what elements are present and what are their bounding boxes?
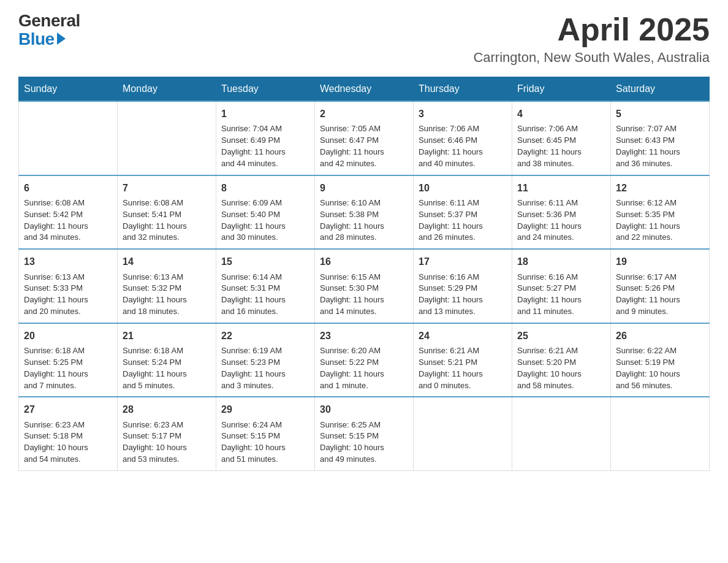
day-cell-empty bbox=[611, 397, 710, 470]
weekday-header-thursday: Thursday bbox=[414, 77, 512, 102]
day-cell-4: 4Sunrise: 7:06 AMSunset: 6:45 PMDaylight… bbox=[512, 101, 611, 175]
day-info: Sunrise: 6:19 AMSunset: 5:23 PMDaylight:… bbox=[221, 346, 286, 390]
day-cell-30: 30Sunrise: 6:25 AMSunset: 5:15 PMDayligh… bbox=[315, 397, 414, 470]
day-number: 3 bbox=[419, 107, 507, 121]
day-cell-empty bbox=[19, 101, 118, 175]
day-number: 8 bbox=[221, 181, 309, 195]
weekday-header-row: SundayMondayTuesdayWednesdayThursdayFrid… bbox=[19, 77, 710, 102]
day-number: 11 bbox=[517, 181, 605, 195]
day-info: Sunrise: 6:08 AMSunset: 5:41 PMDaylight:… bbox=[123, 198, 187, 242]
day-cell-18: 18Sunrise: 6:16 AMSunset: 5:27 PMDayligh… bbox=[512, 249, 611, 323]
day-cell-28: 28Sunrise: 6:23 AMSunset: 5:17 PMDayligh… bbox=[118, 397, 216, 470]
day-number: 17 bbox=[419, 255, 507, 269]
day-cell-16: 16Sunrise: 6:15 AMSunset: 5:30 PMDayligh… bbox=[315, 249, 414, 323]
day-info: Sunrise: 6:09 AMSunset: 5:40 PMDaylight:… bbox=[221, 198, 286, 242]
day-info: Sunrise: 6:12 AMSunset: 5:35 PMDaylight:… bbox=[616, 198, 680, 242]
day-info: Sunrise: 6:25 AMSunset: 5:15 PMDaylight:… bbox=[320, 420, 384, 464]
day-info: Sunrise: 6:08 AMSunset: 5:42 PMDaylight:… bbox=[24, 198, 88, 242]
day-info: Sunrise: 6:15 AMSunset: 5:30 PMDaylight:… bbox=[320, 272, 384, 316]
day-cell-empty bbox=[414, 397, 512, 470]
day-info: Sunrise: 7:04 AMSunset: 6:49 PMDaylight:… bbox=[221, 124, 286, 168]
day-number: 16 bbox=[320, 255, 408, 269]
day-cell-8: 8Sunrise: 6:09 AMSunset: 5:40 PMDaylight… bbox=[216, 175, 315, 250]
day-number: 20 bbox=[24, 329, 112, 343]
week-row-4: 20Sunrise: 6:18 AMSunset: 5:25 PMDayligh… bbox=[19, 323, 710, 397]
day-number: 30 bbox=[320, 402, 408, 416]
day-cell-19: 19Sunrise: 6:17 AMSunset: 5:26 PMDayligh… bbox=[611, 249, 710, 323]
day-cell-29: 29Sunrise: 6:24 AMSunset: 5:15 PMDayligh… bbox=[216, 397, 315, 470]
month-year-title: April 2025 bbox=[473, 12, 710, 47]
day-number: 22 bbox=[221, 329, 309, 343]
day-info: Sunrise: 6:11 AMSunset: 5:37 PMDaylight:… bbox=[419, 198, 483, 242]
week-row-5: 27Sunrise: 6:23 AMSunset: 5:18 PMDayligh… bbox=[19, 397, 710, 470]
weekday-header-tuesday: Tuesday bbox=[216, 77, 315, 102]
logo-general-text: General bbox=[18, 12, 80, 29]
day-cell-7: 7Sunrise: 6:08 AMSunset: 5:41 PMDaylight… bbox=[118, 175, 216, 250]
day-number: 25 bbox=[517, 329, 605, 343]
logo-triangle-icon bbox=[57, 33, 66, 45]
day-cell-25: 25Sunrise: 6:21 AMSunset: 5:20 PMDayligh… bbox=[512, 323, 611, 397]
day-cell-11: 11Sunrise: 6:11 AMSunset: 5:36 PMDayligh… bbox=[512, 175, 611, 250]
day-number: 27 bbox=[24, 402, 112, 416]
day-cell-26: 26Sunrise: 6:22 AMSunset: 5:19 PMDayligh… bbox=[611, 323, 710, 397]
day-cell-17: 17Sunrise: 6:16 AMSunset: 5:29 PMDayligh… bbox=[414, 249, 512, 323]
day-info: Sunrise: 6:17 AMSunset: 5:26 PMDaylight:… bbox=[616, 272, 680, 316]
day-cell-2: 2Sunrise: 7:05 AMSunset: 6:47 PMDaylight… bbox=[315, 101, 414, 175]
day-info: Sunrise: 6:18 AMSunset: 5:24 PMDaylight:… bbox=[123, 346, 187, 390]
week-row-3: 13Sunrise: 6:13 AMSunset: 5:33 PMDayligh… bbox=[19, 249, 710, 323]
location-subtitle: Carrington, New South Wales, Australia bbox=[473, 50, 710, 66]
page-header: General Blue April 2025 Carrington, New … bbox=[18, 12, 710, 66]
day-number: 23 bbox=[320, 329, 408, 343]
day-number: 4 bbox=[517, 107, 605, 121]
day-number: 9 bbox=[320, 181, 408, 195]
calendar-table: SundayMondayTuesdayWednesdayThursdayFrid… bbox=[18, 77, 710, 471]
day-number: 1 bbox=[221, 107, 309, 121]
day-info: Sunrise: 7:06 AMSunset: 6:46 PMDaylight:… bbox=[419, 124, 483, 168]
title-block: April 2025 Carrington, New South Wales, … bbox=[473, 12, 710, 66]
day-cell-12: 12Sunrise: 6:12 AMSunset: 5:35 PMDayligh… bbox=[611, 175, 710, 250]
day-number: 13 bbox=[24, 255, 112, 269]
day-number: 5 bbox=[616, 107, 704, 121]
day-number: 6 bbox=[24, 181, 112, 195]
day-number: 14 bbox=[123, 255, 211, 269]
day-info: Sunrise: 6:11 AMSunset: 5:36 PMDaylight:… bbox=[517, 198, 582, 242]
logo-blue-text: Blue bbox=[18, 29, 55, 49]
day-cell-14: 14Sunrise: 6:13 AMSunset: 5:32 PMDayligh… bbox=[118, 249, 216, 323]
weekday-header-sunday: Sunday bbox=[19, 77, 118, 102]
day-number: 24 bbox=[419, 329, 507, 343]
day-cell-6: 6Sunrise: 6:08 AMSunset: 5:42 PMDaylight… bbox=[19, 175, 118, 250]
day-cell-22: 22Sunrise: 6:19 AMSunset: 5:23 PMDayligh… bbox=[216, 323, 315, 397]
day-number: 10 bbox=[419, 181, 507, 195]
day-number: 29 bbox=[221, 402, 309, 416]
day-cell-23: 23Sunrise: 6:20 AMSunset: 5:22 PMDayligh… bbox=[315, 323, 414, 397]
day-number: 15 bbox=[221, 255, 309, 269]
day-cell-24: 24Sunrise: 6:21 AMSunset: 5:21 PMDayligh… bbox=[414, 323, 512, 397]
day-info: Sunrise: 6:16 AMSunset: 5:29 PMDaylight:… bbox=[419, 272, 483, 316]
day-info: Sunrise: 7:07 AMSunset: 6:43 PMDaylight:… bbox=[616, 124, 680, 168]
day-info: Sunrise: 6:22 AMSunset: 5:19 PMDaylight:… bbox=[616, 346, 680, 390]
day-info: Sunrise: 6:10 AMSunset: 5:38 PMDaylight:… bbox=[320, 198, 384, 242]
weekday-header-friday: Friday bbox=[512, 77, 611, 102]
day-cell-20: 20Sunrise: 6:18 AMSunset: 5:25 PMDayligh… bbox=[19, 323, 118, 397]
day-info: Sunrise: 7:06 AMSunset: 6:45 PMDaylight:… bbox=[517, 124, 582, 168]
day-number: 28 bbox=[123, 402, 211, 416]
day-number: 12 bbox=[616, 181, 704, 195]
day-cell-13: 13Sunrise: 6:13 AMSunset: 5:33 PMDayligh… bbox=[19, 249, 118, 323]
day-info: Sunrise: 6:24 AMSunset: 5:15 PMDaylight:… bbox=[221, 420, 286, 464]
week-row-1: 1Sunrise: 7:04 AMSunset: 6:49 PMDaylight… bbox=[19, 101, 710, 175]
week-row-2: 6Sunrise: 6:08 AMSunset: 5:42 PMDaylight… bbox=[19, 175, 710, 250]
weekday-header-wednesday: Wednesday bbox=[315, 77, 414, 102]
day-cell-empty bbox=[512, 397, 611, 470]
day-number: 18 bbox=[517, 255, 605, 269]
day-cell-5: 5Sunrise: 7:07 AMSunset: 6:43 PMDaylight… bbox=[611, 101, 710, 175]
day-info: Sunrise: 6:21 AMSunset: 5:20 PMDaylight:… bbox=[517, 346, 582, 390]
day-info: Sunrise: 6:23 AMSunset: 5:17 PMDaylight:… bbox=[123, 420, 187, 464]
day-cell-21: 21Sunrise: 6:18 AMSunset: 5:24 PMDayligh… bbox=[118, 323, 216, 397]
day-cell-empty bbox=[118, 101, 216, 175]
day-info: Sunrise: 6:18 AMSunset: 5:25 PMDaylight:… bbox=[24, 346, 88, 390]
day-info: Sunrise: 6:20 AMSunset: 5:22 PMDaylight:… bbox=[320, 346, 384, 390]
day-cell-27: 27Sunrise: 6:23 AMSunset: 5:18 PMDayligh… bbox=[19, 397, 118, 470]
day-info: Sunrise: 7:05 AMSunset: 6:47 PMDaylight:… bbox=[320, 124, 384, 168]
day-cell-1: 1Sunrise: 7:04 AMSunset: 6:49 PMDaylight… bbox=[216, 101, 315, 175]
day-number: 26 bbox=[616, 329, 704, 343]
